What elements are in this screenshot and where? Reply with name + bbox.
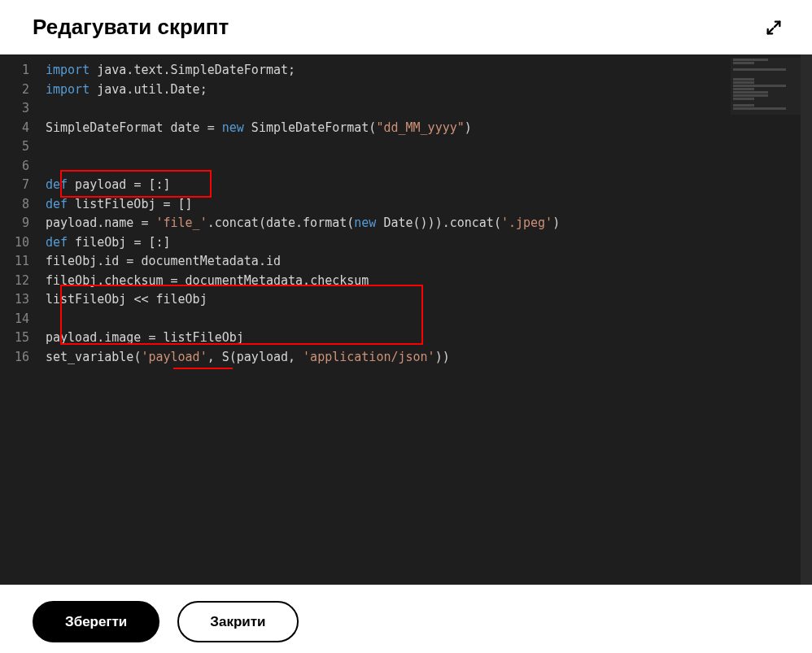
code-line[interactable]: [46, 310, 812, 329]
close-button[interactable]: Закрити: [177, 601, 298, 642]
code-editor[interactable]: 12345678910111213141516 import java.text…: [0, 54, 812, 585]
minimap[interactable]: [731, 58, 801, 115]
code-line[interactable]: [46, 137, 812, 157]
code-line[interactable]: [46, 99, 812, 119]
line-number: 6: [0, 157, 46, 176]
code-line[interactable]: def listFileObj = []: [46, 195, 812, 215]
line-number: 2: [0, 81, 46, 100]
code-line[interactable]: [46, 157, 812, 176]
code-line[interactable]: listFileObj << fileObj: [46, 290, 812, 310]
expand-icon: [765, 19, 783, 37]
expand-button[interactable]: [765, 19, 783, 37]
code-line[interactable]: import java.text.SimpleDateFormat;: [46, 61, 812, 81]
code-line[interactable]: fileObj.id = documentMetadata.id: [46, 252, 812, 272]
line-number: 3: [0, 99, 46, 119]
line-number: 7: [0, 176, 46, 195]
line-number: 9: [0, 214, 46, 233]
modal-footer: Зберегти Закрити: [0, 585, 812, 653]
line-number: 12: [0, 272, 46, 291]
line-number: 8: [0, 195, 46, 215]
code-line[interactable]: SimpleDateFormat date = new SimpleDateFo…: [46, 119, 812, 138]
code-line[interactable]: set_variable('payload', S(payload, 'appl…: [46, 348, 812, 368]
modal-header: Редагувати скрипт: [0, 0, 812, 54]
line-number: 11: [0, 252, 46, 272]
line-number: 15: [0, 329, 46, 348]
modal-title: Редагувати скрипт: [33, 15, 229, 40]
code-area[interactable]: import java.text.SimpleDateFormat;import…: [46, 54, 812, 585]
line-number: 16: [0, 348, 46, 368]
line-number: 5: [0, 137, 46, 157]
code-line[interactable]: import java.util.Date;: [46, 81, 812, 100]
code-line[interactable]: fileObj.checksum = documentMetadata.chec…: [46, 272, 812, 291]
code-line[interactable]: def fileObj = [:]: [46, 233, 812, 253]
save-button[interactable]: Зберегти: [33, 601, 159, 642]
line-number: 10: [0, 233, 46, 253]
code-line[interactable]: def payload = [:]: [46, 176, 812, 195]
line-number: 1: [0, 61, 46, 81]
vertical-scrollbar[interactable]: [801, 54, 812, 585]
line-gutter: 12345678910111213141516: [0, 54, 46, 585]
line-number: 13: [0, 290, 46, 310]
code-line[interactable]: payload.image = listFileObj: [46, 329, 812, 348]
line-number: 4: [0, 119, 46, 138]
code-line[interactable]: payload.name = 'file_'.concat(date.forma…: [46, 214, 812, 233]
line-number: 14: [0, 310, 46, 329]
